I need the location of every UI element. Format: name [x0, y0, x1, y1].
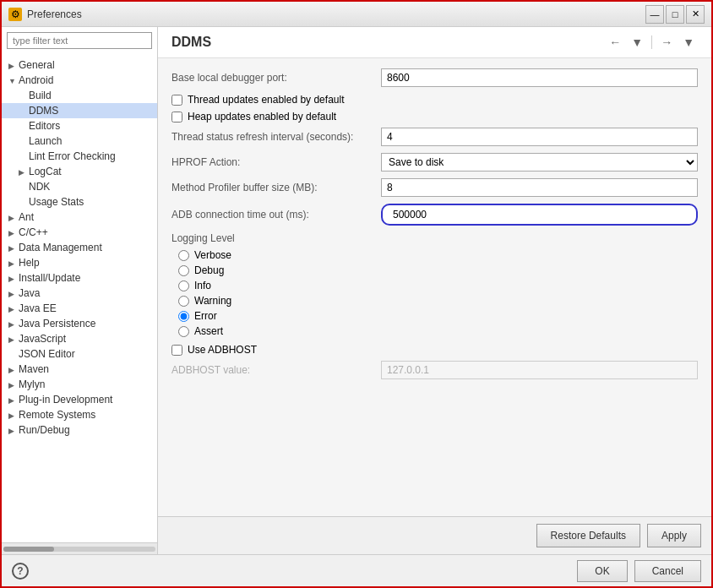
sidebar-item-logcat[interactable]: ▶LogCat — [2, 164, 157, 179]
radio-assert[interactable] — [178, 326, 189, 337]
sidebar-item-maven[interactable]: ▶Maven — [2, 362, 157, 377]
thread-refresh-label: Thread status refresh interval (seconds)… — [171, 131, 374, 143]
sidebar-item-ddms[interactable]: DDMS — [2, 103, 157, 118]
tree-expander-icon: ▶ — [8, 275, 19, 283]
radio-info[interactable] — [178, 280, 189, 291]
adbhost-value-row: ADBHOST value: — [171, 361, 698, 379]
radio-warning[interactable] — [178, 296, 189, 307]
sidebar-item-cpp[interactable]: ▶C/C++ — [2, 225, 157, 240]
forward-dropdown-button[interactable]: ▼ — [679, 34, 698, 51]
divider — [651, 35, 652, 49]
sidebar-item-label: Java Persistence — [19, 318, 95, 329]
sidebar-item-android[interactable]: ▼Android — [2, 73, 157, 88]
sidebar-item-javapersistence[interactable]: ▶Java Persistence — [2, 316, 157, 331]
tree-expander-icon: ▶ — [8, 214, 19, 222]
tree-expander-icon: ▶ — [8, 305, 19, 313]
tree-expander-icon: ▶ — [8, 427, 19, 435]
thread-refresh-input[interactable] — [381, 128, 698, 146]
sidebar-item-remote[interactable]: ▶Remote Systems — [2, 407, 157, 422]
adb-timeout-input[interactable] — [381, 204, 698, 226]
sidebar-item-ant[interactable]: ▶Ant — [2, 210, 157, 225]
method-buffer-input[interactable] — [381, 178, 698, 197]
search-input[interactable] — [7, 32, 152, 49]
back-button[interactable]: ← — [606, 34, 624, 51]
base-port-label: Base local debugger port: — [171, 72, 374, 84]
radio-error[interactable] — [178, 311, 189, 322]
window-icon: ⚙ — [8, 8, 22, 21]
thread-updates-checkbox[interactable] — [171, 95, 182, 106]
apply-button[interactable]: Apply — [647, 524, 701, 547]
sidebar-item-datamanagement[interactable]: ▶Data Management — [2, 240, 157, 255]
horizontal-scrollbar[interactable] — [2, 542, 157, 554]
content-title: DDMS — [171, 35, 211, 50]
sidebar-item-installupadte[interactable]: ▶Install/Update — [2, 270, 157, 286]
sidebar-item-label: Usage Stats — [29, 196, 84, 208]
hprof-label: HPROF Action: — [171, 156, 374, 168]
window-title: Preferences — [27, 8, 82, 20]
sidebar-item-editors[interactable]: Editors — [2, 118, 157, 133]
sidebar-item-lint[interactable]: Lint Error Checking — [2, 149, 157, 164]
tree-expander-icon: ▶ — [8, 366, 19, 374]
sidebar-item-label: Build — [29, 90, 52, 101]
help-button[interactable]: ? — [12, 563, 29, 580]
tree-expander-icon: ▶ — [8, 396, 19, 405]
sidebar-item-javaee[interactable]: ▶Java EE — [2, 301, 157, 316]
base-port-input[interactable] — [381, 68, 698, 87]
sidebar-item-ndk[interactable]: NDK — [2, 179, 157, 194]
heap-updates-label: Heap updates enabled by default — [188, 111, 336, 122]
radio-verbose[interactable] — [178, 250, 189, 261]
sidebar-item-java[interactable]: ▶Java — [2, 286, 157, 301]
sidebar-item-launch[interactable]: Launch — [2, 133, 157, 149]
sidebar-item-label: Mylyn — [19, 378, 45, 390]
sidebar-item-rundebug[interactable]: ▶Run/Debug — [2, 422, 157, 438]
sidebar-item-label: Maven — [19, 363, 49, 375]
radio-info-label: Info — [194, 280, 211, 291]
tree-expander-icon: ▶ — [8, 259, 19, 268]
maximize-button[interactable]: □ — [666, 5, 684, 24]
radio-info-row: Info — [178, 280, 698, 291]
restore-defaults-button[interactable]: Restore Defaults — [536, 524, 640, 547]
sidebar-item-usage[interactable]: Usage Stats — [2, 194, 157, 210]
sidebar-item-label: C/C++ — [19, 226, 48, 238]
radio-debug[interactable] — [178, 265, 189, 276]
content-body: Base local debugger port: Thread updates… — [158, 58, 711, 516]
sidebar-item-mylyn[interactable]: ▶Mylyn — [2, 377, 157, 392]
sidebar-item-build[interactable]: Build — [2, 88, 157, 103]
minimize-button[interactable]: — — [645, 5, 664, 24]
adbhost-value-input[interactable] — [381, 361, 698, 379]
close-button[interactable]: ✕ — [686, 5, 705, 24]
ok-button[interactable]: OK — [577, 560, 627, 582]
logging-radio-group: Verbose Debug Info Warning — [171, 249, 698, 337]
hprof-select[interactable]: Save to disk Open in HPROF Viewer — [381, 153, 698, 172]
sidebar-item-jsoneditor[interactable]: JSON Editor — [2, 346, 157, 362]
thread-updates-row: Thread updates enabled by default — [171, 94, 698, 106]
sidebar-item-javascript[interactable]: ▶JavaScript — [2, 331, 157, 346]
base-port-row: Base local debugger port: — [171, 68, 698, 87]
heap-updates-checkbox[interactable] — [171, 112, 182, 122]
tree-expander-icon: ▶ — [8, 229, 19, 237]
radio-warning-label: Warning — [194, 295, 231, 307]
window-bottom-bar: ? OK Cancel — [2, 554, 711, 586]
main-area: ▶General▼AndroidBuildDDMSEditorsLaunchLi… — [2, 27, 711, 554]
use-adbhost-label: Use ADBHOST — [188, 344, 257, 356]
radio-debug-row: Debug — [178, 264, 698, 276]
back-dropdown-button[interactable]: ▼ — [628, 34, 646, 51]
tree-expander-icon: ▶ — [8, 290, 19, 298]
sidebar-item-label: Lint Error Checking — [29, 150, 116, 162]
radio-error-label: Error — [194, 310, 217, 322]
adbhost-value-label: ADBHOST value: — [171, 364, 374, 376]
radio-assert-row: Assert — [178, 325, 698, 337]
content-footer: Restore Defaults Apply — [158, 516, 711, 554]
cancel-button[interactable]: Cancel — [634, 560, 701, 582]
header-icons: ← ▼ → ▼ — [606, 34, 698, 51]
sidebar-item-help[interactable]: ▶Help — [2, 255, 157, 270]
radio-assert-label: Assert — [194, 325, 223, 337]
content-header: DDMS ← ▼ → ▼ — [158, 27, 711, 58]
sidebar-item-label: General — [19, 59, 55, 71]
method-buffer-row: Method Profiler buffer size (MB): — [171, 178, 698, 197]
sidebar-item-general[interactable]: ▶General — [2, 57, 157, 73]
radio-error-row: Error — [178, 310, 698, 322]
use-adbhost-checkbox[interactable] — [171, 345, 182, 356]
forward-button[interactable]: → — [657, 34, 676, 51]
sidebar-item-plugin[interactable]: ▶Plug-in Development — [2, 392, 157, 407]
